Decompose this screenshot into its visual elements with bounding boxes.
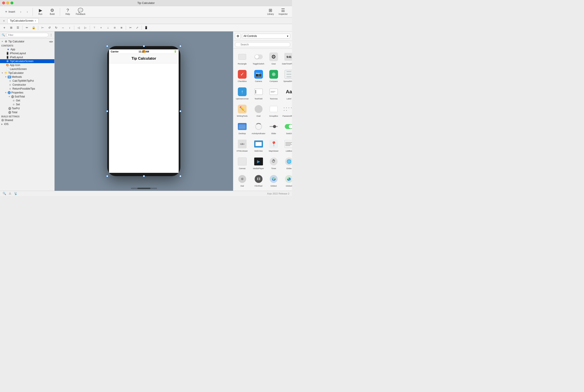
edit-btn[interactable]: ✏ xyxy=(24,25,30,30)
sidebar-item-total[interactable]: 01 Total xyxy=(0,110,54,114)
build-button[interactable]: ⚙ Build xyxy=(47,7,58,16)
flip-h-btn[interactable]: ↔ xyxy=(60,25,66,30)
control-write[interactable]: ✏️ WritingTools xyxy=(235,102,249,119)
mobile-view-btn[interactable]: 📱 xyxy=(143,25,149,30)
sidebar-item-constructor[interactable]: ⚙ Constructor xyxy=(0,83,54,87)
sidebar-item-ipad-layout[interactable]: 📱 iPadLayout xyxy=(0,55,54,59)
control-dots[interactable]: • • • • • • PasswordField xyxy=(281,102,292,119)
expand-btn[interactable]: ⤢ xyxy=(134,25,140,30)
tab-close-icon[interactable]: ✕ xyxy=(34,20,36,22)
align-left-btn[interactable]: ⊢ xyxy=(39,25,46,30)
control-panel[interactable]: Canvas xyxy=(235,155,249,171)
control-filmreel[interactable]: 🎞 FilmReel xyxy=(251,172,266,188)
maximize-button[interactable] xyxy=(10,2,13,4)
rotate-right-btn[interactable]: ↻ xyxy=(53,25,59,30)
sidebar-item-app[interactable]: ■ App xyxy=(0,48,54,51)
control-globe2[interactable]: 🌍 Globe2 xyxy=(268,172,280,188)
resize-handle-w[interactable] xyxy=(106,110,108,112)
control-document[interactable]: ═════════ Spreadsheet xyxy=(281,68,292,84)
align-top-btn[interactable]: ⊤ xyxy=(91,25,97,30)
nav-next-icon[interactable]: ▶ xyxy=(51,40,53,43)
control-whiterect[interactable]: GroupBox xyxy=(268,102,280,119)
control-circle[interactable]: Oval xyxy=(251,102,266,119)
resize-handle-e[interactable] xyxy=(179,110,181,112)
search-status-icon[interactable]: 🔍 xyxy=(2,192,6,195)
control-dial[interactable]: ⚙ Dial xyxy=(235,172,249,188)
sidebar-item-get[interactable]: ⚙ Get xyxy=(0,98,54,102)
resize-handle-n[interactable] xyxy=(143,45,145,47)
sidebar-item-methods[interactable]: ▼ M Methods xyxy=(0,75,54,79)
control-camera[interactable]: 📷 Camera xyxy=(251,68,266,84)
canvas-area[interactable]: Carrier 📶 11:27 AM 🔋 Tip Calculator xyxy=(54,32,233,191)
dist-h-btn[interactable]: ⊟ xyxy=(112,25,118,30)
sidebar-item-shared[interactable]: Shared xyxy=(0,118,54,122)
minimize-button[interactable] xyxy=(6,2,9,4)
resize-handle-nw[interactable] xyxy=(106,45,108,47)
control-list[interactable]: ListBox xyxy=(281,138,292,154)
feedback-button[interactable]: 💬 Feedback xyxy=(74,7,87,16)
control-html[interactable]: <A> HTMLViewer xyxy=(235,138,249,154)
rotate-left-btn[interactable]: ↺ xyxy=(46,25,52,30)
help-button[interactable]: ? Help xyxy=(62,7,73,16)
resize-handle-s[interactable] xyxy=(143,175,145,177)
grid-view-btn[interactable]: ⊞ xyxy=(8,25,14,30)
control-textfield2[interactable]: TextArea xyxy=(268,85,280,102)
tab-tip-calculator-screen[interactable]: TipCalculatorScreen ✕ xyxy=(7,18,39,23)
control-globe[interactable]: 🌐 Globe xyxy=(281,155,292,171)
sidebar-item-set[interactable]: ⚙ Set xyxy=(0,102,54,106)
controls-filter-dropdown[interactable]: All Controls ▼ xyxy=(242,34,290,38)
control-slider[interactable]: Slider xyxy=(268,120,280,136)
close-button[interactable] xyxy=(2,2,5,4)
clip-btn[interactable]: ✂ xyxy=(127,25,133,30)
sidebar-item-iphone-layout[interactable]: 📱 iPhoneLayout xyxy=(0,51,54,55)
sidebar-item-calctip[interactable]: ⚙ CalcTipWithTipPct xyxy=(0,79,54,83)
control-video[interactable]: ▶ MediaPlayer xyxy=(251,155,266,171)
lock-btn[interactable]: 🔒 xyxy=(30,25,37,30)
control-uparrow[interactable]: ↑ UpDownArrow xyxy=(235,85,249,102)
control-activity[interactable]: ActivityIndicator xyxy=(251,120,266,136)
control-globe3[interactable]: 🌏 Globe3 xyxy=(281,172,292,188)
tab-add-button[interactable]: + xyxy=(2,18,6,23)
control-desktop[interactable]: Desktop xyxy=(235,120,249,136)
forward-button[interactable]: › xyxy=(24,9,30,15)
filter-options-icon[interactable]: ⋮ xyxy=(49,33,53,37)
flip-v-btn[interactable]: ↕ xyxy=(67,25,73,30)
controls-settings-btn[interactable]: ⚙ xyxy=(235,33,241,39)
resize-handle-se[interactable] xyxy=(179,175,181,177)
sidebar-item-subtotal[interactable]: ▼ 01 SubTotal xyxy=(0,94,54,98)
library-button[interactable]: ⊞ Library xyxy=(265,7,276,16)
inspector-button[interactable]: ☰ Inspector xyxy=(277,7,289,16)
control-gear[interactable]: ⚙ Gear xyxy=(268,50,280,66)
align-bot-btn[interactable]: ⊥ xyxy=(105,25,111,30)
control-timer[interactable]: ⏱ Timer xyxy=(268,155,280,171)
sidebar-item-taxpct[interactable]: 01 TaxPct xyxy=(0,106,54,110)
control-mappin[interactable]: 📍 MapViewer xyxy=(268,138,280,154)
list-view-btn[interactable]: ☰ xyxy=(15,25,21,30)
iphone-content[interactable] xyxy=(109,63,179,173)
dist-v-btn[interactable]: ⊠ xyxy=(118,25,124,30)
sidebar-item-properties[interactable]: ▼ ✓ Properties xyxy=(0,91,54,94)
sidebar-item-launch-screen[interactable]: 📄 LaunchScreen xyxy=(0,67,54,71)
control-compass[interactable]: ⊕ Compass xyxy=(268,68,280,84)
sidebar-item-tip-calculator[interactable]: ▼ ⚙ Tip Calculator ◀ ▶ xyxy=(0,40,54,44)
warning-status-icon[interactable]: ⚠ xyxy=(9,192,11,195)
control-screen[interactable]: WebView xyxy=(251,138,266,154)
back-button[interactable]: ‹ xyxy=(18,9,24,15)
sidebar-item-returnpossibletips[interactable]: ⚙ ReturnPossibleTips xyxy=(0,87,54,91)
sidebar-item-ios[interactable]: ▶ iOS xyxy=(0,122,54,126)
control-switch[interactable]: Switch xyxy=(281,120,292,136)
control-toggle[interactable]: ToggleSwitch xyxy=(251,50,266,66)
control-checkmark[interactable]: ✓ CheckBox xyxy=(235,68,249,84)
canvas-scroll-thumb[interactable] xyxy=(137,188,150,189)
control-clock[interactable]: 9:41 DateTimePicker xyxy=(281,50,292,66)
control-textfield1[interactable]: TextField xyxy=(251,85,266,102)
sidebar-item-tipcalculator[interactable]: ▼ 📁 TipCalculator xyxy=(0,71,54,75)
move-left-btn[interactable]: ◁ xyxy=(75,25,82,30)
filter-input[interactable] xyxy=(6,33,48,37)
broadcast-status-icon[interactable]: 📡 xyxy=(14,192,17,195)
canvas-scrollbar[interactable] xyxy=(131,188,157,189)
control-rect[interactable]: Rectangle xyxy=(235,50,249,66)
search-input[interactable] xyxy=(235,42,290,47)
sidebar-item-tipcalcscreen[interactable]: 🖥 TipCalculatorScreen xyxy=(0,59,54,63)
resize-handle-ne[interactable] xyxy=(179,45,181,47)
